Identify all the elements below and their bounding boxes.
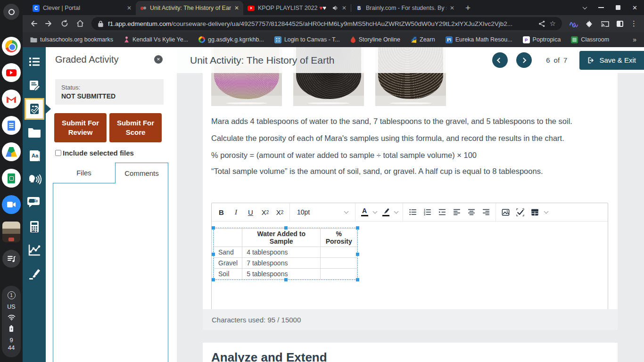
subscript-button[interactable]: X2 [272,205,287,220]
align-left-button[interactable] [449,205,464,220]
editor-content-area[interactable]: Water Added to Sample % Porosity Sand 4 … [212,222,608,309]
graphing-icon[interactable] [23,239,46,262]
google-docs-app-icon[interactable] [2,116,21,135]
bold-button[interactable]: B [214,205,229,220]
wave-extension-icon[interactable] [569,20,578,27]
include-files-checkbox[interactable] [55,150,61,156]
panel-close-icon[interactable]: ✕ [154,55,163,64]
tab-clever[interactable]: C Clever | Portal ✕ [28,1,136,15]
submit-for-score-button[interactable]: Submit For Score [109,113,162,142]
launcher-button[interactable] [3,4,19,20]
text-color-button[interactable]: A [358,205,371,220]
bookmark-classroom[interactable]: Classroom [571,36,609,43]
resize-handle[interactable] [212,278,215,281]
minimize-icon[interactable] [598,7,604,8]
photo-thumbnail-app-icon[interactable] [2,222,20,242]
address-bar[interactable]: f1.app.edmentum.com/courseware-delivery/… [91,17,562,30]
tab-brainly[interactable]: B Brainly.com - For students. By st ✕ [351,1,459,15]
translate-icon[interactable]: Hola [23,191,46,215]
share-icon[interactable] [538,20,545,27]
google-sheets-app-icon[interactable] [2,169,21,188]
bullet-list-button[interactable] [405,205,420,220]
tab-close-icon[interactable]: ✕ [127,5,132,11]
resize-handle[interactable] [356,226,359,230]
next-page-button[interactable] [516,52,532,68]
resize-handle[interactable] [212,226,215,230]
bookmark-zearn[interactable]: Zearn [411,36,435,43]
comments-content-area[interactable] [53,183,168,362]
previous-page-button[interactable] [492,52,508,68]
video-call-app-icon[interactable] [2,195,21,214]
superscript-button[interactable]: X2 [258,205,272,220]
tab-kpop-playlist[interactable]: KPOP PLAYLIST 2022 ♥♥ ✕ [243,1,351,15]
url-text[interactable]: f1.app.edmentum.com/courseware-delivery/… [108,20,534,27]
chrome-app-icon[interactable] [2,37,21,56]
align-right-button[interactable] [479,205,493,220]
bookmarks-overflow-icon[interactable]: » [633,36,636,43]
highlight-color-button[interactable] [379,205,392,220]
music-playlist-app-icon[interactable] [2,250,20,268]
bookmark-folder[interactable]: tulsaschools.org bookmarks [30,36,113,43]
highlight-color-chevron-icon[interactable] [392,205,400,220]
highlighter-icon[interactable] [23,262,46,286]
tab-files[interactable]: Files [53,163,116,183]
resize-handle[interactable] [284,278,288,281]
resize-handle[interactable] [356,278,359,281]
calculator-icon[interactable] [23,215,46,239]
resize-handle[interactable] [284,226,288,230]
browser-menu-icon[interactable]: ⋮ [630,19,637,28]
gmail-app-icon[interactable] [2,90,21,108]
system-tray[interactable]: 1 US 944 [2,286,21,357]
text-color-chevron-icon[interactable] [371,205,379,220]
dictionary-icon[interactable]: Aa [23,144,46,168]
forward-icon[interactable] [45,19,53,28]
bookmark-poptropica[interactable]: P Poptropica [523,36,561,43]
table-chevron-icon[interactable] [542,205,550,220]
indent-button[interactable] [435,205,449,220]
youtube-app-icon[interactable] [2,63,21,82]
tab-close-icon[interactable]: ✕ [234,5,239,11]
numbered-list-button[interactable]: 123 [420,205,435,220]
insert-image-button[interactable] [498,205,513,220]
tab-comments[interactable]: Comments [116,163,168,183]
home-icon[interactable] [76,19,84,28]
bookmark-kendall[interactable]: Kendall Vs Kylie Ye... [124,36,188,43]
bookmark-storyline[interactable]: Storyline Online [350,36,400,43]
google-drive-app-icon[interactable] [2,142,21,161]
selected-table-wrapper[interactable]: Water Added to Sample % Porosity Sand 4 … [213,228,358,280]
resize-handle[interactable] [212,253,215,256]
tab-close-icon[interactable]: ✕ [450,5,454,11]
text-to-speech-icon[interactable] [23,168,46,191]
font-size-dropdown[interactable]: 10pt [292,205,353,220]
bookmark-canvas[interactable]: Login to Canvas - T... [274,36,340,43]
accessibility-checker-button[interactable] [513,205,528,220]
reload-icon[interactable] [60,19,69,28]
lock-icon[interactable] [98,20,104,27]
italic-button[interactable]: I [229,205,243,220]
back-icon[interactable] [29,19,38,28]
tab-unit-activity[interactable]: Unit Activity: The History of Eart ✕ [136,1,243,15]
notes-icon[interactable] [23,74,46,97]
bookmark-google[interactable]: gg.asdiyk.g.kgrrkhb... [198,36,264,43]
tab-close-icon[interactable]: ✕ [342,5,347,11]
side-panel-icon[interactable] [617,21,623,27]
extensions-puzzle-icon[interactable] [586,20,594,28]
resources-folder-icon[interactable] [23,121,46,144]
submit-for-review-button[interactable]: Submit For Review [54,113,107,142]
cast-icon[interactable] [601,20,610,27]
tab-audio-icon[interactable] [332,5,339,11]
new-tab-button[interactable]: + [465,3,471,13]
graded-activity-tool[interactable] [23,97,46,121]
bookmark-star-icon[interactable]: ☆ [550,19,556,28]
restore-window-icon[interactable] [616,5,620,10]
align-center-button[interactable] [464,205,479,220]
rich-text-editor[interactable]: B I U X2 X2 10pt A 123 [211,203,608,310]
underline-button[interactable]: U [243,205,258,220]
insert-table-button[interactable] [528,205,542,220]
bookmark-eureka[interactable]: Eureka Math Resou... [446,36,512,43]
close-window-icon[interactable]: ✕ [632,4,637,11]
table-of-contents-icon[interactable] [23,50,46,74]
resize-handle[interactable] [356,253,359,256]
tab-search-chevron-icon[interactable] [583,5,587,9]
save-and-exit-button[interactable]: Save & Exit [579,51,644,70]
